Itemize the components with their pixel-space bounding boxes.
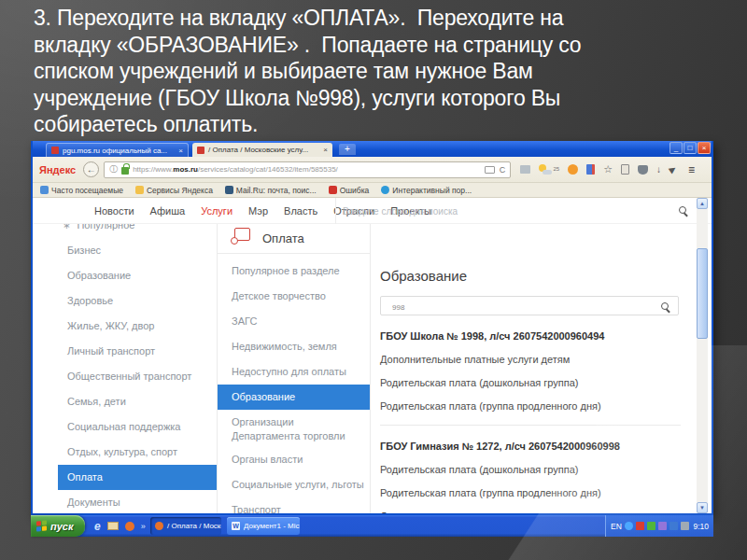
nav-item-mer[interactable]: Мэр: [248, 205, 268, 217]
institution-search-input[interactable]: [381, 299, 642, 316]
institution-title: ГБОУ Гимназия № 1272, л/сч 2607542000960…: [380, 441, 695, 452]
tray-icon[interactable]: [681, 522, 689, 530]
section-item-organizacii[interactable]: Организации Департамента торговли: [218, 410, 370, 447]
section-item-transport[interactable]: Транспорт: [218, 497, 370, 513]
sidebar-item-populyarnoe[interactable]: ∗ Популярное: [58, 224, 217, 238]
language-indicator[interactable]: EN: [611, 522, 622, 531]
bookmark-item[interactable]: Интерактивный пор...: [381, 186, 472, 195]
nav-item-vlast[interactable]: Власть: [284, 205, 317, 217]
restore-button[interactable]: □: [684, 142, 697, 154]
nav-item-uslugi[interactable]: Услуги: [201, 205, 233, 217]
section-item-nedostupno[interactable]: Недоступно для оплаты: [218, 359, 370, 385]
mail-icon[interactable]: [107, 522, 119, 530]
sidebar-item-zdorove[interactable]: Здоровье: [58, 288, 217, 314]
bookmark-label: Mail.Ru: почта, поис...: [236, 186, 317, 195]
browser-window: pgu.mos.ru официальный са... × / Оплата …: [31, 141, 713, 515]
browser-titlebar: pgu.mos.ru официальный са... × / Оплата …: [33, 141, 712, 157]
sidebar-item-semya[interactable]: Семья, дети: [58, 389, 217, 414]
sidebar-item-oplata[interactable]: Оплата: [58, 465, 217, 490]
ie-icon[interactable]: e: [94, 520, 101, 533]
weather-icon[interactable]: 25: [539, 164, 559, 175]
browser-icon[interactable]: [125, 522, 134, 531]
bookmark-item[interactable]: Часто посещаемые: [40, 186, 123, 195]
tray-icon[interactable]: [658, 522, 667, 530]
pocket-icon[interactable]: [638, 165, 648, 175]
clipboard-icon[interactable]: [621, 164, 629, 175]
slide-line: списком учреждений и выбираете там нужно…: [34, 58, 581, 85]
section-item-socuslugi[interactable]: Социальные услуги, льготы: [218, 472, 370, 497]
screenshot-icon[interactable]: [520, 165, 530, 174]
service-link[interactable]: Родительская плата (группа продленного д…: [380, 400, 695, 412]
downloads-icon[interactable]: ↓: [656, 165, 661, 175]
tray-icon[interactable]: [669, 522, 678, 530]
bookmark-icon: [381, 186, 389, 194]
sidebar-item-biznes[interactable]: Бизнес: [58, 238, 217, 263]
search-icon[interactable]: [661, 302, 669, 310]
scroll-down-arrow[interactable]: ▼: [697, 502, 708, 513]
send-icon[interactable]: ▶: [668, 164, 678, 175]
bookmark-item[interactable]: Ошибка: [329, 186, 370, 195]
scroll-up-arrow[interactable]: ▲: [697, 198, 708, 209]
sidebar-item-socpodderzhka[interactable]: Социальная поддержка: [58, 414, 217, 440]
tab-close-icon[interactable]: ×: [323, 146, 328, 154]
bookmark-icon: [225, 186, 233, 194]
site-info-icon[interactable]: ⓘ: [109, 163, 118, 175]
section-item-obrazovanie[interactable]: Образование: [218, 385, 370, 410]
browser-tab-pgu[interactable]: pgu.mos.ru официальный са... ×: [46, 143, 189, 157]
yandex-logo[interactable]: Яндекс: [39, 164, 76, 175]
bookmark-item[interactable]: Сервисы Яндекса: [135, 186, 213, 195]
payment-icon: [234, 228, 250, 241]
section-item-detskoe[interactable]: Детское творчество: [218, 284, 370, 309]
sidebar-item-obrazovanie[interactable]: Образование: [58, 263, 217, 288]
tray-icon[interactable]: [647, 522, 655, 530]
folder-icon: [135, 186, 144, 194]
slide-line: вкладку «ОБРАЗОВАНИЕ» . Попадаете на стр…: [34, 32, 581, 59]
service-link[interactable]: Дополнительные платные услуги детям: [380, 511, 695, 513]
scrollbar-thumb[interactable]: [697, 248, 708, 339]
sidebar-item-obshchestvennyj-transport[interactable]: Общественный транспорт: [58, 364, 217, 389]
service-link[interactable]: Родительская плата (группа продленного д…: [380, 487, 695, 498]
bookmark-label: Ошибка: [340, 186, 370, 195]
sidebar-item-zhile[interactable]: Жилье, ЖКУ, двор: [58, 314, 217, 339]
sidebar-item-label: Популярное: [77, 224, 134, 238]
reader-mode-icon[interactable]: [485, 166, 495, 174]
browser-tab-oplata[interactable]: / Оплата / Московские услу... ×: [192, 143, 332, 157]
search-icon[interactable]: [679, 206, 686, 214]
address-bar[interactable]: ⓘ https://www.mos.ru/services/catalog/ca…: [104, 161, 511, 178]
section-item-populyarnoe[interactable]: Популярное в разделе: [218, 259, 370, 284]
overflow-chevron-icon[interactable]: »: [141, 522, 146, 531]
task-button-word[interactable]: W Документ1 - Microso...: [227, 517, 300, 535]
extension-page-icon[interactable]: [586, 164, 595, 175]
service-link[interactable]: Родительская плата (дошкольная группа): [380, 377, 695, 388]
star-icon: ∗: [63, 224, 70, 238]
bookmark-icon: [40, 186, 49, 194]
close-button[interactable]: ×: [698, 142, 711, 154]
window-controls: _ □ ×: [669, 142, 711, 154]
back-button[interactable]: ←: [83, 161, 99, 177]
start-button[interactable]: пуск: [31, 515, 85, 537]
bookmark-item[interactable]: Mail.Ru: почта, поис...: [225, 186, 317, 195]
section-item-nedvizhimost[interactable]: Недвижимость, земля: [218, 334, 370, 359]
sidebar-item-dokumenty[interactable]: Документы: [58, 490, 217, 513]
bookmark-star-icon[interactable]: ☆: [603, 164, 613, 175]
section-item-organy-vlasti[interactable]: Органы власти: [218, 447, 370, 472]
sidebar-item-otdyh[interactable]: Отдых, культура, спорт: [58, 440, 217, 465]
tray-icon[interactable]: [625, 522, 633, 530]
service-link[interactable]: Дополнительные платные услуги детям: [380, 354, 695, 365]
minimize-button[interactable]: _: [669, 142, 683, 154]
tray-icon[interactable]: [636, 522, 644, 530]
site-search-input[interactable]: [343, 202, 604, 220]
refresh-icon[interactable]: C: [500, 165, 506, 175]
catalog-columns: ∗ Популярное Бизнес Образование Здоровье…: [33, 224, 712, 513]
nav-item-afisha[interactable]: Афиша: [150, 205, 186, 217]
new-tab-button[interactable]: +: [339, 144, 356, 155]
tab-close-icon[interactable]: ×: [178, 147, 183, 155]
tab-favicon: [51, 147, 59, 154]
section-item-zags[interactable]: ЗАГС: [218, 309, 370, 334]
nav-item-novosti[interactable]: Новости: [94, 205, 134, 217]
hamburger-menu-icon[interactable]: ≡: [688, 164, 695, 175]
account-icon[interactable]: [568, 164, 578, 175]
sidebar-item-lichnyj-transport[interactable]: Личный транспорт: [58, 339, 217, 364]
task-button-browser[interactable]: / Оплата / Московск...: [150, 517, 221, 535]
service-link[interactable]: Родительская плата (дошкольная группа): [380, 464, 695, 475]
